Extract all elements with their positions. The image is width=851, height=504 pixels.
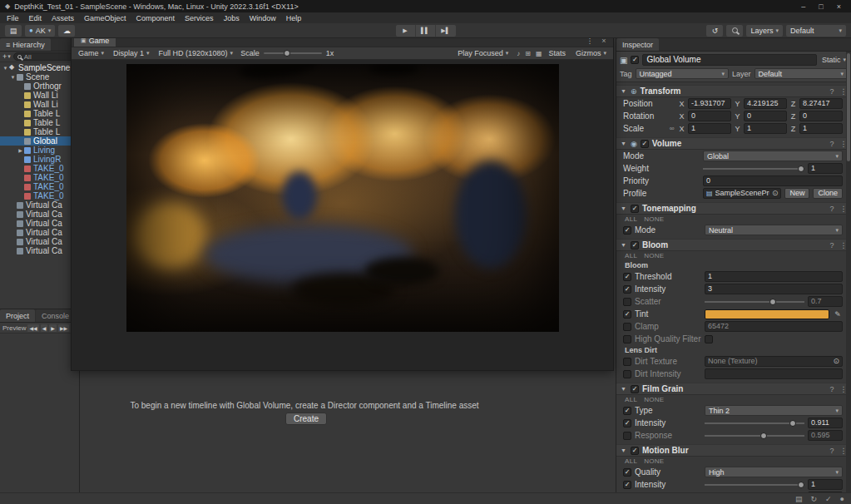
collab-status-icon[interactable]: ● (840, 495, 844, 503)
layers-dropdown[interactable]: Layers▾ (746, 25, 783, 37)
override-checkbox[interactable] (623, 323, 631, 331)
layout-dropdown[interactable]: Default▾ (786, 25, 846, 37)
mb-intensity-slider[interactable] (705, 480, 804, 490)
override-checkbox[interactable]: ✓ (623, 468, 631, 477)
game-viewport[interactable] (72, 60, 613, 370)
foldout-arrow-icon[interactable]: ▼ (620, 205, 627, 211)
slider-handle[interactable] (769, 299, 776, 305)
constrain-proportions-icon[interactable]: ∞ (668, 125, 675, 132)
film-grain-enabled-checkbox[interactable]: ✓ (631, 385, 639, 393)
help-icon[interactable]: ? (828, 447, 836, 455)
hierarchy-item[interactable]: Virtual Ca (0, 219, 79, 228)
menu-item[interactable]: Assets (47, 14, 79, 22)
maximize-button[interactable]: □ (819, 2, 823, 11)
foldout-arrow-icon[interactable]: ▼ (620, 386, 627, 392)
foldout-arrow-icon[interactable]: ▼ (620, 88, 627, 94)
new-profile-button[interactable]: New (784, 188, 809, 199)
all-toggle[interactable]: ALL (625, 396, 637, 403)
tonemapping-mode-dropdown[interactable]: Neutral▾ (705, 225, 843, 235)
all-toggle[interactable]: ALL (625, 252, 637, 259)
static-dropdown[interactable]: Static ▾ (820, 56, 848, 64)
hierarchy-item[interactable]: Virtual Ca (0, 228, 79, 237)
grid-icon[interactable]: ▦ (536, 50, 542, 57)
pause-button[interactable]: ▌▌ (416, 25, 436, 37)
hierarchy-item[interactable]: Orthogr (0, 82, 79, 91)
object-picker-icon[interactable]: ⊙ (833, 357, 839, 366)
version-control-button[interactable]: ▤ (5, 25, 22, 37)
none-toggle[interactable]: NONE (644, 457, 664, 465)
clamp-field[interactable]: 65472 (705, 321, 843, 332)
bloom-enabled-checkbox[interactable]: ✓ (631, 241, 639, 250)
hierarchy-item[interactable]: Virtual Ca (0, 200, 79, 210)
all-toggle[interactable]: ALL (625, 215, 637, 223)
hierarchy-item[interactable]: TAKE_0 (0, 173, 79, 182)
none-toggle[interactable]: NONE (644, 252, 664, 259)
slider-handle[interactable] (789, 420, 796, 427)
slider-handle[interactable] (798, 482, 804, 488)
hierarchy-item[interactable]: Virtual Ca (0, 210, 79, 219)
menu-item[interactable]: Services (180, 14, 219, 22)
foldout-arrow-icon[interactable]: ▼ (9, 75, 17, 80)
override-checkbox[interactable] (623, 335, 631, 343)
override-checkbox[interactable] (623, 298, 631, 306)
scale-slider[interactable] (264, 48, 322, 58)
clone-profile-button[interactable]: Clone (813, 188, 843, 199)
override-checkbox[interactable] (623, 370, 631, 378)
bloom-header[interactable]: ▼ ✓ Bloom ? ⋮ (616, 239, 851, 251)
console-activity-icon[interactable]: ▤ (795, 495, 803, 503)
override-checkbox[interactable]: ✓ (623, 273, 631, 281)
inspector-scrollbar[interactable] (846, 52, 851, 504)
motion-blur-header[interactable]: ▼ ✓ Motion Blur ? ⋮ (616, 444, 851, 457)
stats-button[interactable]: Stats (547, 49, 567, 57)
transform-header[interactable]: ▼ ⊕ Transform ? ⋮ (616, 85, 851, 97)
weight-value-field[interactable]: 1 (808, 163, 843, 174)
transport-button[interactable]: ▶▶ (58, 324, 69, 332)
scale-z-field[interactable]: 1 (799, 123, 843, 134)
hierarchy-item[interactable]: Table L (0, 118, 79, 127)
menu-item[interactable]: Jobs (219, 14, 245, 22)
object-picker-icon[interactable]: ⊙ (772, 189, 779, 198)
transport-button[interactable]: ◀ (41, 324, 48, 332)
layer-dropdown[interactable]: Default▾ (755, 68, 848, 79)
menu-item[interactable]: Component (131, 14, 181, 22)
hierarchy-item[interactable]: ▶ Living (0, 146, 79, 155)
override-checkbox[interactable] (623, 358, 631, 366)
all-toggle[interactable]: ALL (625, 457, 637, 465)
status-check-icon[interactable]: ✓ (825, 495, 832, 503)
tab-hierarchy[interactable]: ≡ Hierarchy (0, 38, 51, 51)
cloud-button[interactable]: ☁ (58, 25, 75, 37)
override-checkbox[interactable]: ✓ (623, 419, 631, 427)
foldout-arrow-icon[interactable]: ▼ (620, 141, 627, 146)
menu-item[interactable]: GameObject (79, 14, 131, 22)
help-icon[interactable]: ? (828, 87, 836, 96)
rotation-x-field[interactable]: 0 (688, 111, 731, 121)
tab-inspector[interactable]: Inspector (616, 38, 659, 51)
rotation-z-field[interactable]: 0 (799, 111, 843, 121)
hierarchy-item[interactable]: Virtual Ca (0, 237, 79, 246)
gizmos-dropdown[interactable]: Gizmos▾ (572, 48, 610, 59)
film-grain-header[interactable]: ▼ ✓ Film Grain ? ⋮ (616, 383, 851, 395)
mb-intensity-value-field[interactable]: 1 (808, 479, 843, 490)
hierarchy-item[interactable]: ▼ SampleScene (0, 63, 79, 72)
intensity-field[interactable]: 3 (705, 284, 843, 294)
rotation-y-field[interactable]: 0 (744, 111, 787, 121)
override-checkbox[interactable]: ✓ (623, 481, 631, 489)
hierarchy-item[interactable]: Wall Li (0, 100, 79, 109)
foldout-arrow-icon[interactable]: ▶ (17, 147, 24, 153)
game-mode-dropdown[interactable]: Game▾ (75, 48, 107, 59)
none-toggle[interactable]: NONE (644, 215, 664, 223)
film-type-dropdown[interactable]: Thin 2▾ (705, 405, 843, 416)
display-dropdown[interactable]: Display 1▾ (110, 48, 153, 59)
play-focused-dropdown[interactable]: Play Focused▾ (454, 48, 512, 59)
menu-item[interactable]: File (2, 14, 24, 22)
help-icon[interactable]: ? (828, 140, 836, 148)
tab-project[interactable]: Project (0, 309, 35, 322)
priority-field[interactable]: 0 (703, 175, 843, 186)
volume-enabled-checkbox[interactable]: ✓ (641, 140, 649, 148)
volume-mode-dropdown[interactable]: Global▾ (703, 151, 843, 161)
menu-item[interactable]: Window (245, 14, 281, 22)
undo-history-button[interactable]: ↺ (706, 25, 723, 37)
hierarchy-item[interactable]: TAKE_0 (0, 182, 79, 191)
mb-quality-dropdown[interactable]: High▾ (705, 467, 843, 477)
scrollbar-thumb[interactable] (847, 53, 850, 161)
